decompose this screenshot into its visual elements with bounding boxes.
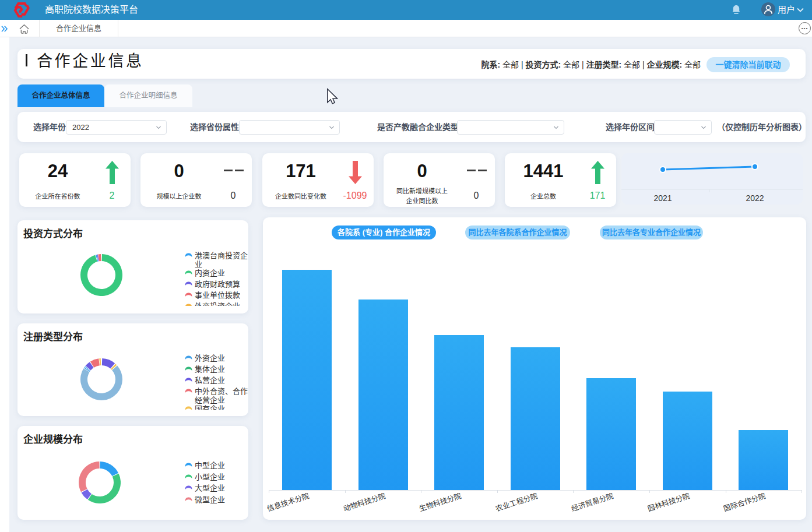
svg-text:2021: 2021 xyxy=(653,193,672,203)
svg-text:2022: 2022 xyxy=(746,193,764,203)
